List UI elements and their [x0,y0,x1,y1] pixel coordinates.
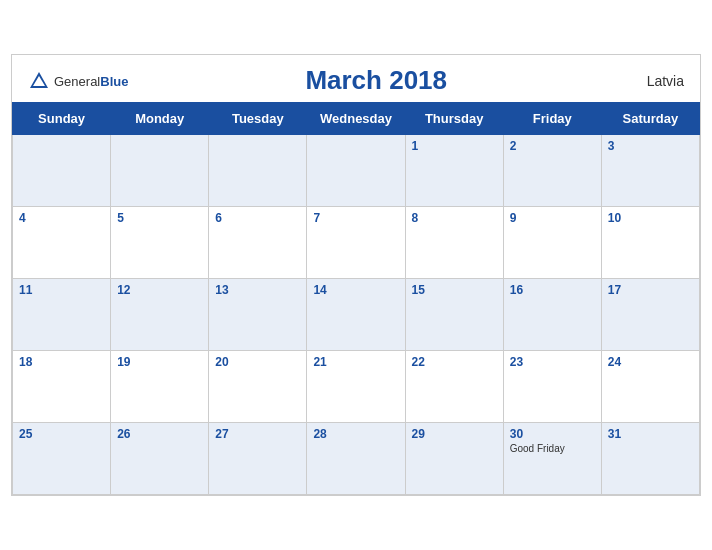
calendar-cell: 6 [209,207,307,279]
day-number: 15 [412,283,497,297]
calendar-cell: 26 [111,423,209,495]
day-number: 2 [510,139,595,153]
day-event: Good Friday [510,443,595,454]
calendar-week-row: 252627282930Good Friday31 [13,423,700,495]
day-number: 26 [117,427,202,441]
calendar-cell: 9 [503,207,601,279]
country-label: Latvia [624,73,684,89]
logo-blue-label: Blue [100,74,128,89]
weekday-header-row: SundayMondayTuesdayWednesdayThursdayFrid… [13,103,700,135]
day-number: 6 [215,211,300,225]
calendar-cell: 13 [209,279,307,351]
calendar-cell: 7 [307,207,405,279]
day-number: 18 [19,355,104,369]
day-number: 8 [412,211,497,225]
weekday-header-monday: Monday [111,103,209,135]
day-number: 31 [608,427,693,441]
day-number: 3 [608,139,693,153]
weekday-header-thursday: Thursday [405,103,503,135]
calendar-cell: 11 [13,279,111,351]
day-number: 29 [412,427,497,441]
calendar-cell: 31 [601,423,699,495]
calendar-cell: 25 [13,423,111,495]
day-number: 28 [313,427,398,441]
day-number: 23 [510,355,595,369]
day-number: 27 [215,427,300,441]
calendar-week-row: 45678910 [13,207,700,279]
calendar-cell: 27 [209,423,307,495]
calendar-cell: 2 [503,135,601,207]
general-blue-logo-icon [28,70,50,92]
calendar-cell: 21 [307,351,405,423]
day-number: 10 [608,211,693,225]
calendar-cell: 15 [405,279,503,351]
calendar-cell: 28 [307,423,405,495]
day-number: 4 [19,211,104,225]
calendar-cell: 18 [13,351,111,423]
calendar-cell: 22 [405,351,503,423]
calendar-cell: 23 [503,351,601,423]
calendar-cell: 12 [111,279,209,351]
day-number: 5 [117,211,202,225]
calendar-week-row: 18192021222324 [13,351,700,423]
day-number: 19 [117,355,202,369]
day-number: 21 [313,355,398,369]
logo-general-text: GeneralBlue [54,72,128,90]
calendar-cell: 19 [111,351,209,423]
calendar-cell: 30Good Friday [503,423,601,495]
day-number: 16 [510,283,595,297]
day-number: 13 [215,283,300,297]
day-number: 20 [215,355,300,369]
day-number: 11 [19,283,104,297]
calendar-grid: SundayMondayTuesdayWednesdayThursdayFrid… [12,102,700,495]
calendar-header: GeneralBlue March 2018 Latvia [12,55,700,102]
calendar-cell: 4 [13,207,111,279]
calendar-cell: 14 [307,279,405,351]
day-number: 24 [608,355,693,369]
calendar-cell: 29 [405,423,503,495]
calendar-cell: 3 [601,135,699,207]
calendar-cell [209,135,307,207]
calendar-cell [307,135,405,207]
weekday-header-saturday: Saturday [601,103,699,135]
weekday-header-friday: Friday [503,103,601,135]
logo-general-label: General [54,74,100,89]
day-number: 12 [117,283,202,297]
day-number: 17 [608,283,693,297]
day-number: 7 [313,211,398,225]
calendar-title: March 2018 [128,65,624,96]
calendar-cell: 17 [601,279,699,351]
calendar-cell [111,135,209,207]
calendar-cell: 8 [405,207,503,279]
calendar-container: GeneralBlue March 2018 Latvia SundayMond… [11,54,701,496]
calendar-cell: 16 [503,279,601,351]
weekday-header-wednesday: Wednesday [307,103,405,135]
calendar-cell: 1 [405,135,503,207]
day-number: 1 [412,139,497,153]
day-number: 9 [510,211,595,225]
weekday-header-tuesday: Tuesday [209,103,307,135]
calendar-cell: 24 [601,351,699,423]
logo-area: GeneralBlue [28,70,128,92]
calendar-cell [13,135,111,207]
day-number: 30 [510,427,595,441]
calendar-cell: 5 [111,207,209,279]
calendar-week-row: 123 [13,135,700,207]
weekday-header-sunday: Sunday [13,103,111,135]
calendar-body: 1234567891011121314151617181920212223242… [13,135,700,495]
calendar-week-row: 11121314151617 [13,279,700,351]
calendar-cell: 10 [601,207,699,279]
day-number: 14 [313,283,398,297]
day-number: 22 [412,355,497,369]
day-number: 25 [19,427,104,441]
calendar-cell: 20 [209,351,307,423]
